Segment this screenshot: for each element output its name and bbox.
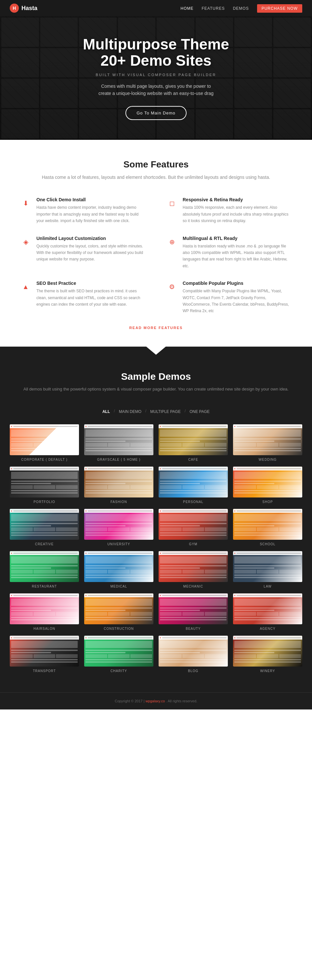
demo-thumbnail [159, 424, 228, 455]
demos-header: Sample Demos All demos built using the p… [0, 355, 312, 402]
feature-text: Responsive & Retina Ready Hasta 100% res… [183, 197, 293, 224]
hero-content: Multipurpose Theme 20+ Demo Sites Built … [83, 36, 229, 120]
mini-row [11, 619, 78, 620]
demos-grid: CORPORATE ( DEFAULT ) [0, 424, 312, 673]
footer-suffix: . All rights reserved. [166, 699, 197, 703]
demo-card[interactable]: GYM [159, 509, 228, 546]
demo-label: GYM [159, 542, 228, 546]
filter-item-multiple-page[interactable]: MULTIPLE PAGE [149, 409, 182, 415]
mini-row-short [160, 441, 200, 442]
mini-content [159, 555, 228, 579]
demo-card[interactable]: CAFE [159, 424, 228, 461]
features-subtitle: Hasta come a lot of features, layouts an… [19, 173, 293, 181]
mini-row-short [234, 525, 274, 527]
demo-card[interactable]: TRANSPORT [10, 636, 79, 673]
mini-header [159, 509, 228, 513]
mini-row [160, 535, 226, 536]
mini-grid-row [86, 570, 152, 574]
mini-content [84, 597, 153, 622]
footer-link[interactable]: wpgalaxy.co [146, 699, 165, 703]
demo-card[interactable]: HAIRSALON [10, 593, 79, 630]
nav-link-purchase-now[interactable]: PURCHASE NOW [257, 4, 302, 13]
footer-text: Copyright © 2017 | [115, 699, 145, 703]
demo-card[interactable]: CREATIVE [10, 509, 79, 546]
filter-item-all[interactable]: ALL [101, 409, 111, 415]
demo-card[interactable]: CORPORATE ( DEFAULT ) [10, 424, 79, 461]
demo-card[interactable]: WEDDING [233, 424, 302, 461]
demo-card[interactable]: GRAYSCALE ( 5 HOME ) [84, 424, 153, 461]
feature-item: ◈ Unlimited Layout Customization Quickly… [19, 236, 146, 270]
mini-row [86, 532, 152, 534]
mini-content [84, 471, 153, 495]
demo-thumb-inner [233, 551, 302, 582]
demo-card[interactable]: SCHOOL [233, 509, 302, 546]
filter-item-one-page[interactable]: ONE PAGE [188, 409, 211, 415]
mini-content [84, 640, 153, 664]
mini-header [10, 593, 79, 597]
hero-bg-cell [234, 79, 272, 108]
mini-content [159, 471, 228, 495]
demo-thumb-inner [159, 466, 228, 498]
mini-row [11, 438, 78, 440]
feature-desc: Hasta is translation ready with inuse .m… [183, 243, 293, 270]
mini-block [108, 570, 130, 574]
demo-card[interactable]: FASHION [84, 466, 153, 504]
feature-text: One Click Demo Install Hasta have demo c… [37, 197, 146, 224]
mini-header [84, 424, 153, 428]
mini-content [10, 555, 79, 579]
demo-card[interactable]: BEAUTY [159, 593, 228, 630]
demo-thumb-inner [159, 424, 228, 455]
demo-card[interactable]: SHOP [233, 466, 302, 504]
demo-card[interactable]: MECHANIC [159, 551, 228, 588]
demo-card[interactable]: PERSONAL [159, 466, 228, 504]
read-more-link[interactable]: READ MORE FEATURES [129, 326, 183, 330]
mini-row-short [234, 483, 274, 484]
mini-row-short [86, 441, 126, 442]
hero-cta-button[interactable]: Go To Main Demo [126, 106, 186, 120]
mini-grid-row [86, 527, 152, 531]
brand-name: Hasta [21, 5, 37, 12]
mini-block [56, 612, 78, 616]
filter-item-main-demo[interactable]: MAIN DEMO [118, 409, 143, 415]
filter-separator: / [114, 409, 115, 415]
mini-header [233, 424, 302, 428]
monitor-icon: ◻ [166, 197, 178, 209]
nav-link-demos[interactable]: DEMOS [233, 6, 249, 11]
nav-link-home[interactable]: HOME [181, 6, 194, 11]
demo-card[interactable]: MEDICAL [84, 551, 153, 588]
brand[interactable]: H Hasta [10, 3, 37, 13]
demo-label: PORTFOLIO [10, 500, 79, 504]
demo-card[interactable]: CONSTRUCTION [84, 593, 153, 630]
mini-hero [160, 556, 226, 563]
mini-grid-row [160, 654, 226, 658]
nav-link-features[interactable]: FEATURES [202, 6, 225, 11]
demo-label: CREATIVE [10, 542, 79, 546]
mini-block [257, 443, 279, 447]
mini-block [205, 654, 226, 658]
features-title: Some Features [19, 159, 293, 170]
demo-card[interactable]: WINERY [233, 636, 302, 673]
mini-grid-row [11, 527, 78, 531]
mini-block [205, 527, 226, 531]
mini-header [159, 466, 228, 471]
demo-card[interactable]: PORTFOLIO [10, 466, 79, 504]
mini-hero [11, 430, 78, 437]
feature-text: Compatible Popular Plugins Compatible wi… [183, 281, 293, 314]
mini-hero [11, 598, 78, 606]
mini-dot-red [86, 511, 86, 511]
mini-row [160, 661, 226, 663]
demo-card[interactable]: RESTAURANT [10, 551, 79, 588]
demo-card[interactable]: LAW [233, 551, 302, 588]
feature-title: SEO Best Practice [37, 281, 146, 286]
demo-card[interactable]: BLOG [159, 636, 228, 673]
demo-thumb-inner [84, 424, 153, 455]
mini-block [257, 654, 279, 658]
mini-row-short [86, 525, 126, 527]
demo-card[interactable]: UNIVERSITY [84, 509, 153, 546]
demo-card[interactable]: CHARITY [84, 636, 153, 673]
mini-hero [160, 641, 226, 648]
mini-grid-row [160, 527, 226, 531]
mini-row-short [234, 652, 274, 653]
mini-row [160, 619, 226, 620]
demo-card[interactable]: AGENCY [233, 593, 302, 630]
